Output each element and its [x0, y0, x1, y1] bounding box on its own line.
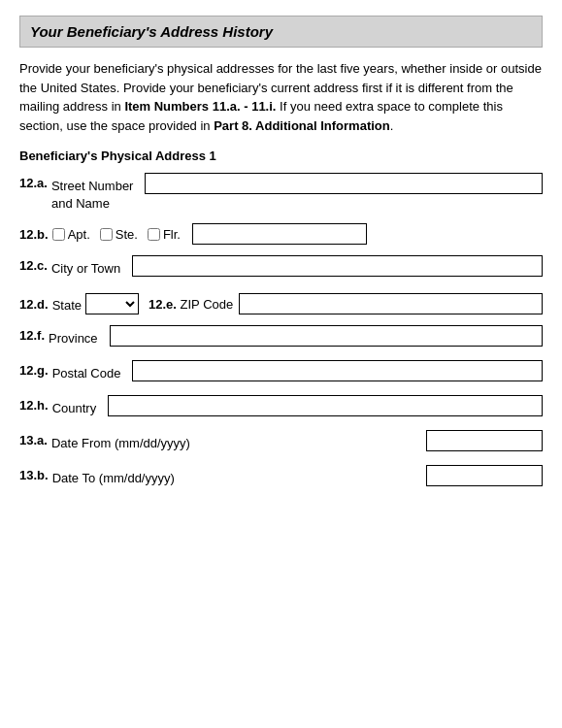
field-12b-number: 12.b.: [19, 227, 49, 242]
field-12f-label: 12.f. Province: [19, 325, 104, 346]
field-12f-row: 12.f. Province: [19, 325, 543, 352]
date-from-input[interactable]: [426, 430, 543, 451]
field-12e-label: 12.e. ZIP Code: [149, 297, 233, 312]
field-12f-number: 12.f.: [19, 328, 45, 343]
date-to-input[interactable]: [426, 465, 543, 486]
field-12c-row: 12.c. City or Town: [19, 255, 543, 282]
state-dropdown[interactable]: ALAKAZAR CACOCTDE FLGAHIID ILINIAKS KYLA…: [85, 293, 139, 314]
page-container: Your Beneficiary's Address History Provi…: [0, 0, 562, 728]
instructions-text: Provide your beneficiary's physical addr…: [19, 59, 543, 135]
field-13a-row: 13.a. Date From (mm/dd/yyyy): [19, 430, 543, 457]
field-12g-number: 12.g.: [19, 363, 49, 378]
field-12g-row: 12.g. Postal Code: [19, 360, 543, 387]
city-town-input[interactable]: [132, 255, 543, 277]
subsection-title: Beneficiary's Physical Address 1: [19, 149, 543, 163]
country-input[interactable]: [108, 395, 543, 416]
street-number-name-input[interactable]: [145, 173, 543, 194]
zip-code-input[interactable]: [239, 293, 543, 314]
field-12a-number: 12.a.: [19, 176, 48, 190]
field-12a-name: Street Number and Name: [51, 176, 134, 213]
apt-checkbox[interactable]: [52, 228, 65, 241]
postal-code-input[interactable]: [132, 360, 543, 381]
field-12c-number: 12.c.: [19, 258, 48, 273]
field-12a-label: 12.a. Street Number and Name: [19, 173, 139, 213]
section-title: Your Beneficiary's Address History: [30, 23, 532, 40]
field-13a-number: 13.a.: [19, 433, 48, 447]
field-12a-row: 12.a. Street Number and Name: [19, 173, 543, 213]
flr-label: Flr.: [148, 227, 181, 242]
field-13b-row: 13.b. Date To (mm/dd/yyyy): [19, 465, 543, 492]
section-header: Your Beneficiary's Address History: [19, 16, 543, 48]
apt-label: Apt.: [52, 227, 90, 242]
field-12b-row: 12.b. Apt. Ste. Flr.: [19, 220, 543, 248]
field-12g-label: 12.g. Postal Code: [19, 360, 126, 381]
flr-checkbox[interactable]: [148, 228, 160, 241]
field-13b-label: 13.b. Date To (mm/dd/yyyy): [19, 465, 181, 485]
field-12d-label: State: [52, 295, 82, 313]
province-input[interactable]: [110, 325, 543, 347]
field-12h-row: 12.h. Country: [19, 395, 543, 422]
apt-ste-flr-group: Apt. Ste. Flr.: [52, 227, 186, 242]
ste-label: Ste.: [100, 227, 138, 242]
field-12c-label: 12.c. City or Town: [19, 255, 126, 276]
field-13a-label: 13.a. Date From (mm/dd/yyyy): [19, 430, 196, 450]
field-12h-label: 12.h. Country: [19, 395, 102, 415]
field-13b-number: 13.b.: [19, 468, 49, 482]
apt-ste-flr-input[interactable]: [192, 223, 367, 245]
field-12d-number: 12.d.: [19, 297, 49, 312]
field-12h-number: 12.h.: [19, 398, 49, 413]
field-12d-12e-row: 12.d. State ALAKAZAR CACOCTDE FLGAHIID I…: [19, 290, 543, 317]
ste-checkbox[interactable]: [100, 228, 113, 241]
